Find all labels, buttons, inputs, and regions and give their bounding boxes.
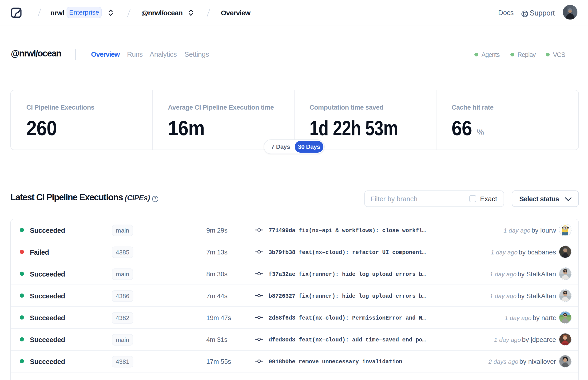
- svg-text:?: ?: [154, 197, 156, 201]
